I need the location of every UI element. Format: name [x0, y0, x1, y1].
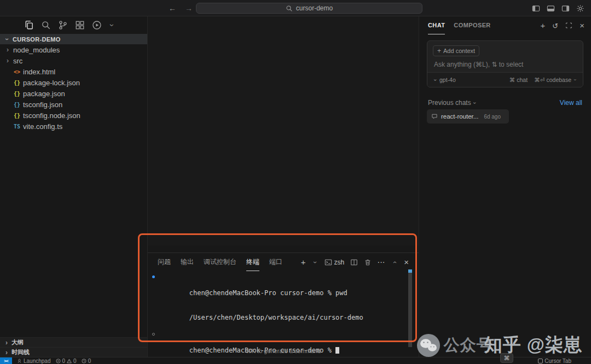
error-count: 0 — [62, 358, 66, 364]
tree-item-index-html[interactable]: <> index.html — [0, 66, 147, 77]
maximize-panel-chevron-icon[interactable] — [391, 259, 398, 266]
new-terminal-icon[interactable] — [301, 257, 306, 267]
command-decoration-prompt-icon — [152, 333, 155, 336]
tree-item-package-lock-json[interactable]: {} package-lock.json — [0, 77, 147, 88]
source-control-icon[interactable] — [58, 20, 68, 30]
search-sidebar-icon[interactable] — [41, 20, 51, 30]
titlebar: cursor-demo — [0, 0, 591, 16]
activity-bar — [0, 16, 147, 34]
file-name: node_modules — [13, 46, 60, 54]
cursor-tab-status-item[interactable]: Cursor Tab — [538, 358, 571, 364]
editor-area[interactable] — [148, 16, 419, 245]
timeline-section-header[interactable]: 时间线 — [0, 347, 147, 357]
terminal-scrollbar[interactable] — [408, 269, 412, 347]
titlebar-actions — [532, 0, 584, 16]
warning-icon — [67, 359, 72, 363]
kill-terminal-trash-icon[interactable] — [364, 259, 372, 266]
extra-count: 0 — [88, 358, 91, 364]
tree-item-package-json[interactable]: {} package.json — [0, 88, 147, 99]
extensions-icon[interactable] — [75, 20, 85, 30]
section-label: 时间线 — [11, 348, 30, 356]
plus-icon — [437, 47, 441, 55]
previous-chats-label[interactable]: Previous chats — [428, 99, 471, 107]
close-chat-panel-icon[interactable] — [580, 21, 584, 30]
tree-item-tsconfig-json[interactable]: {} tsconfig.json — [0, 99, 147, 110]
cursor-tab-icon — [538, 359, 543, 363]
open-in-editor-icon[interactable] — [565, 22, 572, 29]
chat-panel-actions — [541, 16, 584, 34]
terminal-ai-hint: ⌘K to generate a command — [148, 348, 419, 355]
tab-output[interactable]: 输出 — [181, 253, 194, 271]
tab-debug-console[interactable]: 调试控制台 — [204, 253, 236, 271]
chat-input-footer: gpt-4o ⌘chat ⌘⏎codebase — [427, 72, 583, 87]
command-center-search[interactable]: cursor-demo — [196, 3, 422, 14]
section-label: 大纲 — [11, 338, 24, 347]
feedback-icon — [82, 359, 86, 363]
toggle-bottom-panel-icon[interactable] — [547, 4, 555, 13]
chat-submit-hint[interactable]: ⌘chat — [509, 77, 528, 83]
new-chat-icon[interactable] — [541, 21, 546, 30]
chevron-right-icon — [4, 57, 11, 64]
chat-input-box[interactable]: Add context Ask anything (⌘L), ⇅ to sele… — [427, 40, 583, 87]
launchpad-status-item[interactable]: Launchpad — [17, 358, 51, 364]
run-debug-icon[interactable] — [92, 20, 102, 30]
close-panel-icon[interactable] — [404, 257, 409, 267]
tab-problems[interactable]: 问题 — [158, 253, 171, 271]
command-key-button[interactable]: ⌘ — [500, 353, 513, 363]
view-all-link[interactable]: View all — [560, 99, 582, 107]
launchpad-label: Launchpad — [24, 358, 51, 364]
nav-back-icon[interactable] — [169, 4, 176, 13]
root-label: CURSOR-DEMO — [13, 36, 61, 43]
terminal-line: chen@chendeMacBook-Pro cursor-demo % pwd — [158, 273, 402, 306]
toggle-right-panel-icon[interactable] — [561, 4, 570, 13]
chat-input-placeholder[interactable]: Ask anything (⌘L), ⇅ to select — [434, 61, 523, 68]
terminal-actions: zsh — [301, 253, 419, 271]
file-name: vite.config.ts — [23, 122, 62, 131]
html-file-icon: <> — [13, 69, 21, 75]
nav-forward-icon[interactable] — [185, 4, 193, 13]
history-navigation — [169, 0, 193, 16]
tree-item-tsconfig-node-json[interactable]: {} tsconfig.node.json — [0, 110, 147, 121]
model-selector[interactable]: gpt-4o — [433, 77, 456, 83]
chat-tab-bar: CHAT COMPOSER — [419, 16, 591, 34]
settings-gear-icon[interactable] — [576, 4, 584, 13]
submit-hints: ⌘chat ⌘⏎codebase — [509, 77, 577, 83]
extra-status-item[interactable]: 0 — [82, 358, 91, 364]
add-context-label: Add context — [443, 48, 475, 54]
tree-item-vite-config-ts[interactable]: TS vite.config.ts — [0, 121, 147, 132]
chat-history-icon[interactable] — [552, 21, 558, 30]
toggle-left-panel-icon[interactable] — [532, 4, 540, 13]
remote-indicator[interactable]: >< — [0, 357, 12, 364]
chevron-down-icon — [432, 78, 438, 83]
chevron-right-icon — [3, 339, 10, 347]
chevron-right-icon — [4, 46, 11, 54]
split-terminal-icon[interactable] — [350, 259, 358, 266]
tree-item-node-modules[interactable]: node_modules — [0, 44, 147, 55]
terminal-line: /Users/chen/Desktop/workspace/ai/cursor-… — [158, 306, 402, 330]
chat-history-item[interactable]: react-router... 6d ago — [427, 109, 509, 124]
previous-chats-row: Previous chats View all — [428, 99, 582, 107]
explorer-root-row[interactable]: CURSOR-DEMO — [0, 34, 147, 44]
more-views-chevron-icon[interactable] — [108, 22, 117, 28]
terminal-profile-chevron-icon[interactable] — [311, 259, 319, 266]
add-context-chip[interactable]: Add context — [433, 45, 479, 56]
file-name: index.html — [23, 68, 55, 76]
remote-icon: >< — [4, 359, 8, 363]
tab-chat[interactable]: CHAT — [428, 16, 445, 34]
terminal-instance-item[interactable]: zsh — [325, 259, 345, 266]
tab-terminal[interactable]: 终端 — [246, 253, 259, 271]
tab-ports[interactable]: 端口 — [269, 253, 282, 271]
codebase-submit-hint[interactable]: ⌘⏎codebase — [534, 77, 577, 83]
tab-composer[interactable]: COMPOSER — [454, 16, 490, 34]
tree-item-src[interactable]: src — [0, 55, 147, 66]
model-label: gpt-4o — [439, 77, 456, 83]
outline-section-header[interactable]: 大纲 — [0, 337, 147, 347]
chevron-right-icon — [3, 349, 10, 356]
more-actions-icon[interactable] — [378, 258, 385, 266]
problems-status-item[interactable]: 0 0 — [56, 358, 77, 364]
file-tree: node_modules src <> index.html {} packag… — [0, 44, 147, 132]
shell-name: zsh — [334, 259, 345, 266]
json-file-icon: {} — [13, 80, 21, 86]
chat-item-time: 6d ago — [484, 114, 501, 120]
explorer-icon[interactable] — [24, 20, 34, 30]
